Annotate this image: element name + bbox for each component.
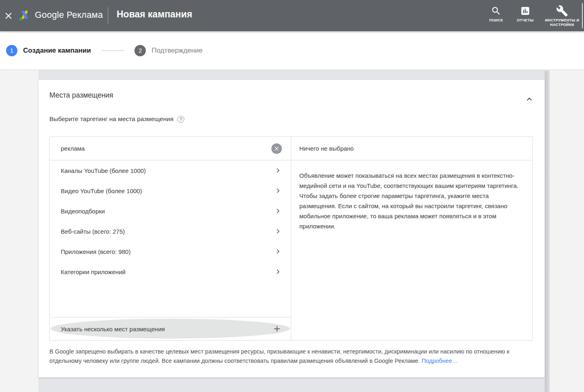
step-confirmation[interactable]: 2 Подтверждение [134, 45, 202, 56]
add-multiple-placements-label: Указать несколько мест размещения [61, 326, 165, 332]
collapse-section-button[interactable] [524, 94, 534, 104]
policy-disclaimer: В Google запрещено выбирать в качестве ц… [49, 347, 533, 366]
step-1-label: Создание кампании [23, 47, 91, 55]
google-ads-logo-icon[interactable] [18, 9, 32, 23]
selection-description: Объявление может показываться на всех ме… [291, 160, 532, 231]
category-websites[interactable]: Веб-сайты (всего: 275) [50, 221, 291, 241]
placements-picker-panel: Каналы YouTube (более 1000) Видео YouTub… [49, 136, 533, 341]
scrollbar-track[interactable] [545, 71, 550, 392]
step-1-circle: 1 [6, 45, 17, 56]
step-2-circle: 2 [134, 45, 146, 56]
help-icon[interactable]: ? [177, 116, 184, 123]
reports-icon [520, 5, 531, 17]
step-2-label: Подтверждение [151, 47, 202, 55]
category-youtube-channels[interactable]: Каналы YouTube (более 1000) [50, 160, 291, 181]
learn-more-link[interactable]: Подробнее… [422, 358, 458, 364]
close-icon[interactable] [3, 11, 14, 21]
category-label: Приложения (всего: 980) [61, 248, 130, 255]
brand-name: Google Реклама [35, 10, 103, 20]
category-app-categories[interactable]: Категории приложений [50, 262, 291, 282]
step-create-campaign[interactable]: 1 Создание кампании [6, 45, 91, 56]
chevron-right-icon [274, 227, 283, 236]
selection-header: Ничего не выбрано [299, 145, 354, 152]
step-connector [101, 50, 124, 51]
search-icon [491, 5, 501, 17]
clear-search-icon[interactable] [271, 143, 282, 154]
app-header: Google Реклама Новая кампания ПОИСК [0, 0, 584, 31]
page-title: Новая кампания [117, 9, 192, 20]
category-label: Категории приложений [61, 268, 126, 275]
tools-settings-nav-button[interactable]: ИНСТРУМЕНТЫ И НАСТРОЙКИ [543, 5, 582, 27]
placements-picker-left-column: Каналы YouTube (более 1000) Видео YouTub… [50, 137, 291, 340]
selection-header-row: Ничего не выбрано [291, 137, 532, 160]
header-divider [108, 7, 108, 24]
search-nav-button[interactable]: ПОИСК [484, 5, 508, 23]
placements-search-input[interactable] [61, 145, 271, 152]
placements-search-row [50, 137, 291, 160]
category-label: Веб-сайты (всего: 275) [61, 228, 125, 235]
placements-card: Места размещения Выберите таргетинг на м… [38, 80, 545, 377]
reports-nav-button[interactable]: ОТЧЕТЫ [514, 5, 537, 23]
placements-selection-column: Ничего не выбрано Объявление может показ… [291, 137, 532, 340]
placements-subtitle: Выберите таргетинг на места размещения [49, 115, 173, 123]
category-label: Видеоподборки [61, 208, 105, 215]
header-nav: ПОИСК ОТЧЕТЫ ИНСТРУМЕНТЫ И НАСТРОЙК [484, 0, 582, 31]
campaign-stepper: 1 Создание кампании 2 Подтверждение [0, 31, 584, 70]
chevron-right-icon [274, 267, 283, 276]
add-multiple-placements-button[interactable]: Указать несколько мест размещения [50, 317, 291, 340]
google-ads-new-campaign-page: Google Реклама Новая кампания ПОИСК [0, 0, 584, 392]
tools-nav-label: ИНСТРУМЕНТЫ И НАСТРОЙКИ [543, 18, 582, 27]
header-edge-divider [582, 3, 583, 28]
chevron-right-icon [274, 247, 283, 256]
chevron-right-icon [274, 166, 283, 175]
chevron-right-icon [274, 186, 283, 195]
category-video-lineups[interactable]: Видеоподборки [50, 201, 291, 221]
tools-icon [556, 5, 568, 17]
placements-section-title: Места размещения [49, 91, 113, 100]
chevron-right-icon [274, 207, 283, 215]
category-youtube-videos[interactable]: Видео YouTube (более 1000) [50, 181, 291, 201]
plus-icon [272, 324, 282, 334]
category-apps[interactable]: Приложения (всего: 980) [50, 241, 291, 262]
search-nav-label: ПОИСК [489, 18, 503, 23]
category-label: Каналы YouTube (более 1000) [61, 167, 146, 174]
placements-subtitle-row: Выберите таргетинг на места размещения ? [49, 115, 184, 123]
category-label: Видео YouTube (более 1000) [61, 187, 142, 194]
reports-nav-label: ОТЧЕТЫ [517, 18, 534, 23]
